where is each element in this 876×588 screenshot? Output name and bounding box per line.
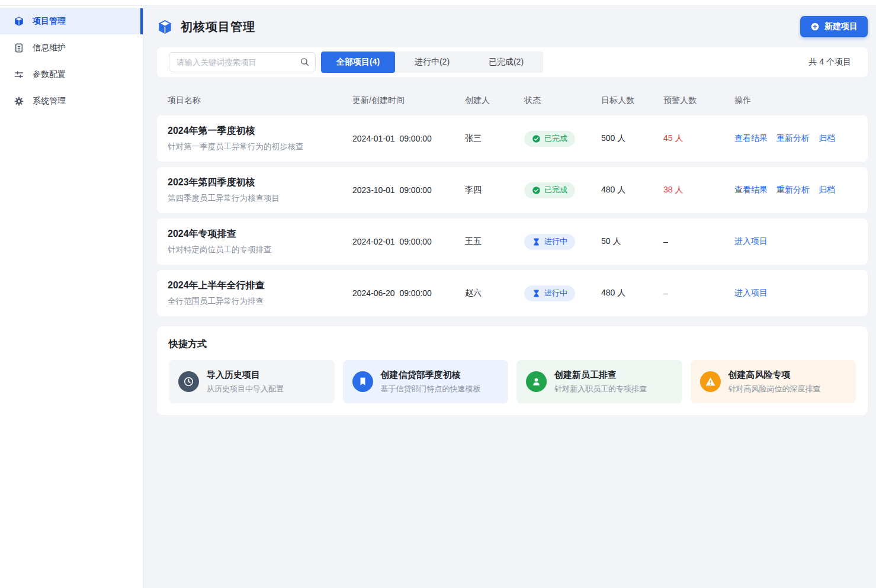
cube-icon [157,19,173,35]
action-reanalyze[interactable]: 重新分析 [776,133,810,144]
tab-all-projects[interactable]: 全部项目(4) [321,52,395,73]
plus-circle-icon [810,22,820,31]
new-project-button[interactable]: 新建项目 [800,16,868,37]
table-row: 2024年第一季度初核 针对第一季度员工异常行为的初步核查 2024-01-01… [157,115,868,162]
shortcut-description: 针对高风险岗位的深度排查 [729,384,821,394]
warning-count: – [663,237,734,246]
target-count: 480 人 [601,288,663,298]
shortcut-title: 创建新员工排查 [554,369,647,381]
hourglass-icon [532,289,541,298]
filter-bar: 全部项目(4) 进行中(2) 已完成(2) 共 4 个项目 [157,47,868,77]
magnifier-icon[interactable] [300,57,310,67]
project-description: 全行范围员工异常行为排查 [168,296,352,307]
check-circle-icon [532,186,541,195]
target-count: 500 人 [601,133,663,144]
status-tabs: 全部项目(4) 进行中(2) 已完成(2) [321,52,543,73]
warning-count: – [663,288,734,298]
column-header-actions: 操作 [734,95,857,106]
sidebar-item-info-maintenance[interactable]: 信息维护 [0,35,143,61]
status-label: 已完成 [544,185,567,195]
table-header: 项目名称 更新/创建时间 创建人 状态 目标人数 预警人数 操作 [157,88,868,114]
project-count: 共 4 个项目 [808,57,856,68]
sidebar-item-project-management[interactable]: 项目管理 [0,8,143,34]
column-header-target: 目标人数 [601,95,663,106]
sidebar: 项目管理 信息维护 参数配置 系统管理 [0,6,143,588]
table-row: 2024年上半年全行排查 全行范围员工异常行为排查 2024-06-20 09:… [157,270,868,316]
project-name: 2024年专项排查 [168,228,352,240]
status-badge: 进行中 [524,285,575,301]
column-header-status: 状态 [524,95,601,106]
sidebar-item-system-management[interactable]: 系统管理 [0,88,143,114]
table-row: 2024年专项排查 针对特定岗位员工的专项排查 2024-02-01 09:00… [157,219,868,265]
project-description: 针对第一季度员工异常行为的初步核查 [168,142,352,152]
sidebar-item-parameter-config[interactable]: 参数配置 [0,62,143,88]
main-content: 初核项目管理 新建项目 全部项目(4) 进行中(2) 已完成(2) 共 4 个项… [143,6,876,588]
active-accent-bar [140,8,143,34]
action-reanalyze[interactable]: 重新分析 [776,185,810,195]
hourglass-icon [532,237,541,246]
gear-icon [14,96,24,107]
project-creator: 赵六 [465,288,524,298]
check-circle-icon [532,134,541,143]
shortcut-credit-quarterly[interactable]: 创建信贷部季度初核 基于信贷部门特点的快速模板 [343,360,509,403]
bookmark-icon [352,371,373,392]
document-icon [14,43,24,53]
status-badge: 已完成 [524,131,575,147]
clock-icon [178,371,199,392]
shortcut-description: 针对新入职员工的专项排查 [554,384,647,394]
shortcut-title: 导入历史项目 [207,369,284,381]
tab-in-progress[interactable]: 进行中(2) [395,52,469,73]
action-view-results[interactable]: 查看结果 [734,185,768,195]
status-badge: 已完成 [524,182,575,198]
search-input[interactable] [169,52,316,72]
sidebar-item-label: 系统管理 [33,96,66,107]
action-view-results[interactable]: 查看结果 [734,133,768,144]
sliders-icon [14,69,24,80]
project-description: 第四季度员工异常行为核查项目 [168,193,352,204]
warning-count: 45 人 [663,133,734,144]
top-strip [0,0,876,6]
project-time: 2023-10-01 09:00:00 [352,185,465,195]
action-archive[interactable]: 归档 [819,133,835,144]
shortcuts-section: 快捷方式 导入历史项目 从历史项目中导入配置 创建信贷 [157,326,868,415]
shortcut-title: 创建信贷部季度初核 [381,369,481,381]
shortcut-title: 创建高风险专项 [729,369,821,381]
project-name: 2024年上半年全行排查 [168,279,352,292]
warning-triangle-icon [700,371,721,392]
project-creator: 李四 [465,185,524,195]
project-time: 2024-01-01 09:00:00 [352,134,465,143]
project-time: 2024-02-01 09:00:00 [352,237,465,246]
status-badge: 进行中 [524,234,575,250]
target-count: 50 人 [601,236,663,247]
project-time: 2024-06-20 09:00:00 [352,288,465,298]
shortcut-description: 从历史项目中导入配置 [207,384,284,394]
project-description: 针对特定岗位员工的专项排查 [168,245,352,255]
column-header-warning: 预警人数 [663,95,734,106]
sidebar-item-label: 项目管理 [33,16,66,27]
column-header-name: 项目名称 [168,95,352,106]
shortcut-new-employee[interactable]: 创建新员工排查 针对新入职员工的专项排查 [516,360,682,403]
warning-count: 38 人 [663,185,734,195]
status-label: 已完成 [544,133,567,144]
column-header-creator: 创建人 [465,95,524,106]
person-icon [526,371,547,392]
page-title: 初核项目管理 [181,19,255,35]
status-label: 进行中 [544,236,567,247]
status-label: 进行中 [544,288,567,298]
shortcuts-title: 快捷方式 [169,338,856,351]
action-enter-project[interactable]: 进入项目 [734,236,768,247]
table-row: 2023年第四季度初核 第四季度员工异常行为核查项目 2023-10-01 09… [157,167,868,213]
column-header-time: 更新/创建时间 [352,95,465,106]
tab-completed[interactable]: 已完成(2) [469,52,543,73]
shortcut-import-history[interactable]: 导入历史项目 从历史项目中导入配置 [169,360,335,403]
project-creator: 张三 [465,133,524,144]
action-enter-project[interactable]: 进入项目 [734,288,768,298]
action-archive[interactable]: 归档 [819,185,835,195]
project-name: 2023年第四季度初核 [168,176,352,189]
shortcut-high-risk[interactable]: 创建高风险专项 针对高风险岗位的深度排查 [691,360,856,403]
sidebar-item-label: 信息维护 [33,43,66,53]
shortcut-description: 基于信贷部门特点的快速模板 [381,384,481,394]
page-header: 初核项目管理 新建项目 [157,6,868,47]
target-count: 480 人 [601,185,663,195]
new-project-button-label: 新建项目 [824,21,858,32]
